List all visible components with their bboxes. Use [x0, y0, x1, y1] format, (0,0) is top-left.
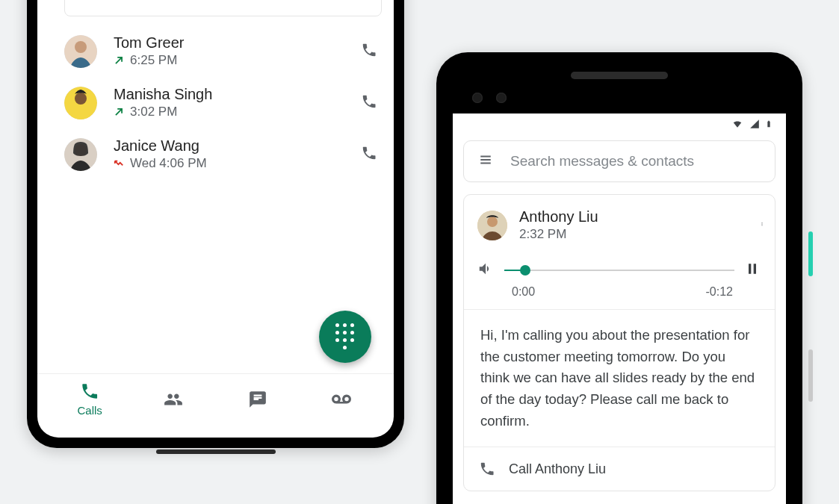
search-bar[interactable]: Search messages & contacts — [463, 140, 775, 182]
earpiece — [571, 72, 668, 79]
svg-point-10 — [761, 225, 762, 225]
voicemail-time: 2:32 PM — [519, 227, 760, 242]
more-options-icon[interactable] — [760, 216, 764, 235]
call-row[interactable]: Tom Greer 6:25 PM — [64, 25, 377, 77]
dialpad-fab[interactable] — [319, 311, 371, 363]
svg-point-9 — [761, 223, 762, 224]
call-back-button[interactable]: Call Anthony Liu — [464, 447, 775, 491]
right-phone-device: Search messages & contacts Anthony Liu 2… — [436, 52, 802, 504]
progress-bar[interactable] — [504, 263, 734, 278]
volume-button — [808, 349, 813, 402]
status-bar — [453, 113, 786, 134]
volume-icon[interactable] — [477, 261, 494, 280]
svg-point-1 — [75, 41, 87, 53]
menu-icon[interactable] — [477, 153, 494, 169]
svg-point-7 — [487, 217, 498, 227]
tab-messages[interactable] — [232, 390, 284, 409]
search-placeholder: Search messages & contacts — [510, 153, 694, 169]
time-elapsed: 0:00 — [512, 285, 535, 299]
missed-call-icon — [114, 158, 124, 169]
call-row[interactable]: Janice Wang Wed 4:06 PM — [64, 128, 377, 180]
tab-calls-label: Calls — [77, 404, 102, 417]
svg-point-8 — [761, 222, 762, 223]
voicemail-transcript: Hi, I'm calling you about the presentati… — [464, 309, 775, 447]
pause-icon[interactable] — [745, 260, 760, 281]
player-times: 0:00 -0:12 — [464, 285, 775, 309]
signal-icon — [749, 119, 761, 132]
phone-icon[interactable] — [361, 93, 377, 113]
call-name: Tom Greer — [114, 34, 361, 52]
call-time: 6:25 PM — [130, 53, 177, 68]
voicemail-card: Anthony Liu 2:32 PM — [463, 194, 775, 491]
front-camera — [472, 93, 483, 103]
phone-bezel: Search messages & contacts Anthony Liu 2… — [442, 58, 796, 504]
phone-screen: Search messages & contacts Anthony Liu 2… — [453, 113, 786, 504]
wifi-icon — [731, 119, 744, 132]
tab-contacts[interactable] — [147, 390, 199, 409]
power-button — [808, 231, 813, 276]
tab-calls[interactable]: Calls — [64, 382, 116, 417]
avatar — [64, 87, 97, 119]
search-card-cutoff — [64, 0, 382, 16]
call-back-label: Call Anthony Liu — [509, 461, 606, 477]
tab-voicemail[interactable] — [315, 390, 368, 409]
progress-knob[interactable] — [520, 265, 530, 276]
voicemail-player — [464, 245, 775, 285]
bottom-nav: Calls — [37, 373, 394, 438]
left-phone-device: Tom Greer 6:25 PM — [27, 0, 404, 448]
speaker-grille — [156, 449, 276, 454]
battery-icon — [765, 118, 773, 133]
voicemail-from: Anthony Liu — [519, 208, 760, 225]
call-time: 3:02 PM — [130, 105, 177, 119]
phone-icon[interactable] — [361, 145, 377, 164]
svg-point-3 — [75, 93, 87, 105]
call-name: Janice Wang — [114, 137, 361, 155]
outgoing-call-icon — [114, 107, 124, 117]
phone-bezel: Tom Greer 6:25 PM — [33, 0, 398, 442]
phone-icon[interactable] — [361, 42, 377, 61]
avatar — [64, 138, 97, 171]
front-sensor — [496, 93, 507, 103]
dialpad-icon — [335, 323, 355, 350]
call-time: Wed 4:06 PM — [130, 156, 207, 171]
time-remaining: -0:12 — [706, 285, 733, 299]
voicemail-header: Anthony Liu 2:32 PM — [464, 195, 775, 245]
call-name: Manisha Singh — [114, 86, 361, 103]
avatar — [64, 35, 97, 68]
phone-screen: Tom Greer 6:25 PM — [37, 0, 394, 438]
avatar — [477, 211, 507, 240]
call-row[interactable]: Manisha Singh 3:02 PM — [64, 77, 377, 128]
outgoing-call-icon — [114, 55, 124, 66]
